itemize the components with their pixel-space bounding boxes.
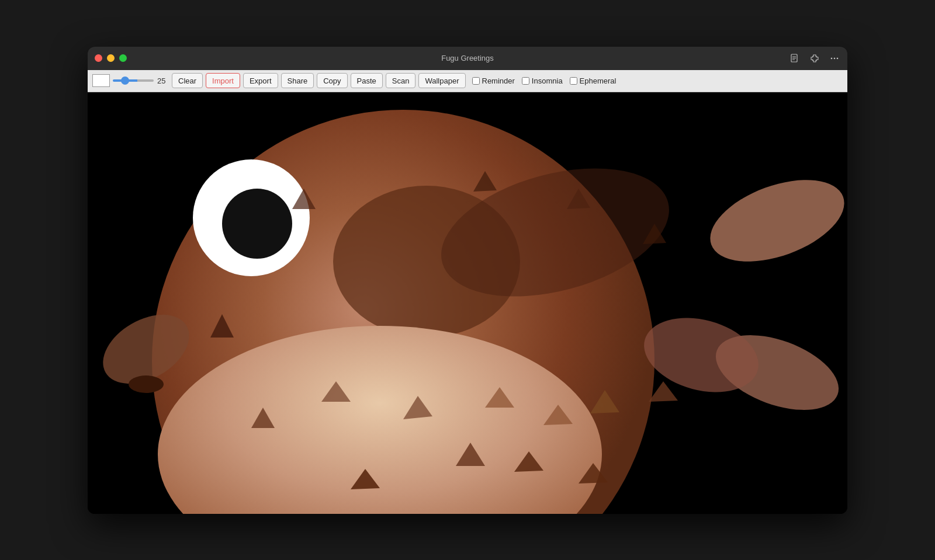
- checkbox-group: Reminder Insomnia Ephemeral: [472, 76, 617, 85]
- title-bar: Fugu Greetings: [88, 47, 847, 70]
- scan-button[interactable]: Scan: [386, 73, 416, 88]
- svg-point-5: [834, 57, 836, 59]
- slider-container: 25: [113, 76, 169, 85]
- svg-point-4: [831, 57, 833, 59]
- document-icon-button[interactable]: [789, 53, 801, 64]
- brush-size-value: 25: [157, 76, 169, 85]
- app-window: Fugu Greetings: [88, 47, 847, 514]
- insomnia-checkbox-label[interactable]: Insomnia: [522, 76, 563, 85]
- svg-point-6: [837, 57, 839, 59]
- title-icons: [789, 53, 840, 64]
- minimize-button[interactable]: [107, 54, 115, 62]
- close-button[interactable]: [95, 54, 102, 62]
- ephemeral-checkbox-label[interactable]: Ephemeral: [570, 76, 617, 85]
- svg-point-34: [129, 375, 164, 393]
- ephemeral-checkbox[interactable]: [570, 77, 577, 85]
- drawing-canvas[interactable]: [88, 92, 847, 514]
- brush-size-slider[interactable]: [113, 79, 154, 82]
- traffic-lights: [95, 54, 127, 62]
- import-button[interactable]: Import: [206, 73, 240, 88]
- svg-point-15: [222, 189, 292, 259]
- export-button[interactable]: Export: [243, 73, 278, 88]
- color-swatch[interactable]: [92, 74, 110, 87]
- wallpaper-button[interactable]: Wallpaper: [418, 73, 465, 88]
- reminder-checkbox-label[interactable]: Reminder: [472, 76, 515, 85]
- clear-button[interactable]: Clear: [172, 73, 203, 88]
- puzzle-icon-button[interactable]: [809, 53, 820, 64]
- ephemeral-label: Ephemeral: [580, 76, 617, 85]
- insomnia-checkbox[interactable]: [522, 77, 529, 85]
- more-options-button[interactable]: [829, 53, 840, 64]
- reminder-label: Reminder: [482, 76, 515, 85]
- window-title: Fugu Greetings: [441, 54, 494, 62]
- maximize-button[interactable]: [119, 54, 127, 62]
- toolbar: 25 Clear Import Export Share Copy Paste …: [88, 70, 847, 92]
- paste-button[interactable]: Paste: [351, 73, 383, 88]
- insomnia-label: Insomnia: [532, 76, 563, 85]
- copy-button[interactable]: Copy: [317, 73, 347, 88]
- canvas-area[interactable]: [88, 92, 847, 514]
- share-button[interactable]: Share: [281, 73, 314, 88]
- reminder-checkbox[interactable]: [472, 77, 480, 85]
